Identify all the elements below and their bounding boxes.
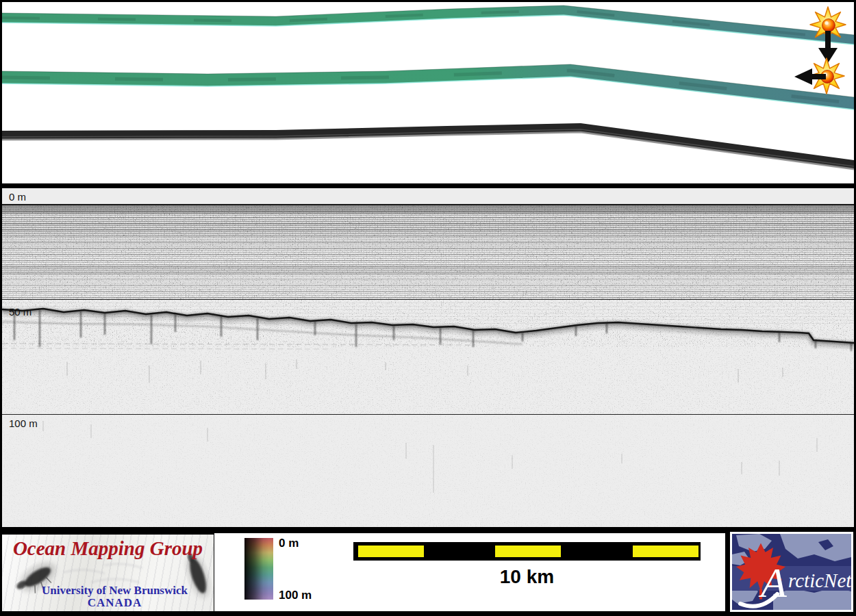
swath-line-1 (2, 5, 854, 44)
omg-logo-title: Ocean Mapping Group (2, 537, 214, 560)
echogram-panel: 0 m 50 m 100 m (2, 185, 854, 527)
swath-line-3 (2, 123, 854, 169)
measure-panel: 0 m 100 m 10 km (214, 533, 725, 611)
omg-profile-viewer: 0 m 50 m 100 m (0, 0, 856, 616)
arcticnet-map-image: A rcticNet (732, 534, 851, 610)
scalebar-label: 10 km (353, 566, 701, 588)
omg-logo-country: CANADA (16, 596, 214, 610)
scalebar-segment (358, 546, 424, 557)
mid-depth-noise (67, 359, 783, 383)
svg-text:rcticNet: rcticNet (788, 569, 851, 591)
depth-label-0m: 0 m (9, 191, 26, 203)
arcticnet-logo: A rcticNet (730, 532, 853, 612)
position-marker-2 (794, 58, 844, 94)
swath-line-2 (2, 64, 854, 110)
depth-label-50m: 50 m (9, 306, 32, 318)
depth-colorbar (244, 538, 273, 600)
seafloor-trace (2, 185, 854, 527)
omg-logo-university: University of New Brunswick (16, 584, 214, 598)
depth-label-100m: 100 m (9, 418, 38, 429)
colorbar-label-top: 0 m (279, 537, 299, 550)
omg-logo: Ocean Mapping Group University of New Br… (2, 535, 214, 611)
svg-text:A: A (758, 559, 788, 606)
footer-bar: Ocean Mapping Group University of New Br… (0, 527, 856, 616)
colorbar-label-bottom: 100 m (279, 589, 312, 602)
echogram-top-border (2, 185, 854, 188)
track-map-panel (2, 2, 854, 183)
scalebar-segment (633, 546, 698, 557)
track-swaths-svg (2, 2, 854, 183)
scalebar-segment (495, 546, 561, 557)
distance-scalebar (353, 542, 701, 561)
deep-noise (43, 421, 817, 493)
